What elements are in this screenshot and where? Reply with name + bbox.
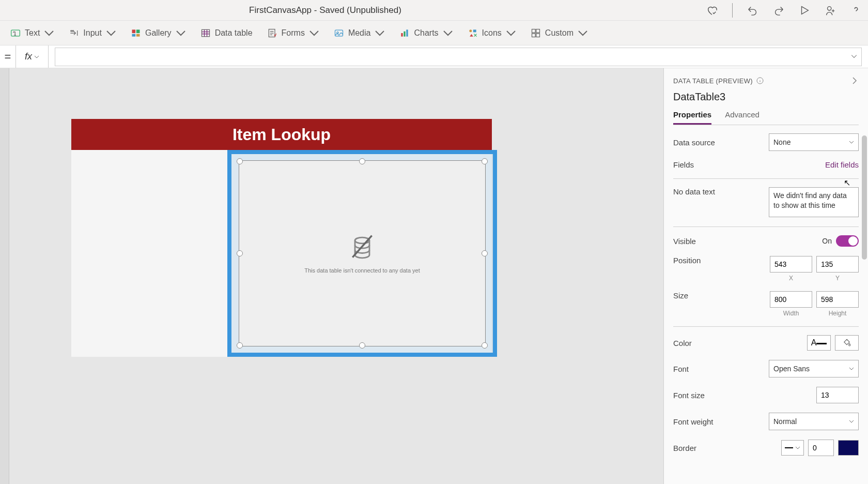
prop-fields: Fields Edit fields	[673, 160, 859, 169]
prop-font: Font Open Sans	[673, 360, 859, 377]
divider	[673, 178, 859, 179]
resize-handle-tm[interactable]	[359, 158, 365, 164]
resize-handle-tr[interactable]	[482, 158, 488, 164]
chevron-right-icon[interactable]	[850, 77, 859, 85]
svg-rect-4	[132, 29, 135, 33]
media-icon	[334, 28, 344, 38]
panel-tabs: Properties Advanced	[673, 110, 859, 125]
resize-handle-mr[interactable]	[482, 250, 488, 256]
control-name: DataTable3	[673, 91, 859, 103]
prop-nodata: No data text We didn't find any data to …	[673, 187, 859, 217]
datatable-selection[interactable]: This data table isn't connected to any d…	[227, 150, 497, 357]
chevron-down-icon	[795, 445, 800, 450]
datatable-icon	[200, 28, 211, 38]
tab-properties[interactable]: Properties	[673, 110, 711, 125]
panel-scrollbar[interactable]	[862, 135, 867, 260]
tab-advanced[interactable]: Advanced	[725, 110, 760, 125]
separator	[732, 3, 733, 18]
border-style-dropdown[interactable]	[781, 440, 804, 456]
resize-handle-bm[interactable]	[359, 342, 365, 349]
size-width-input[interactable]: 800	[770, 291, 812, 308]
position-x-input[interactable]: 543	[770, 256, 812, 273]
size-height-input[interactable]: 598	[816, 291, 859, 308]
ribbon-icons[interactable]: Icons	[468, 28, 516, 38]
play-icon[interactable]	[799, 5, 810, 16]
screen-title: Item Lookup	[71, 119, 492, 150]
prop-border: Border 0	[673, 440, 859, 456]
chevron-down-icon	[34, 54, 39, 59]
font-color-button[interactable]: A	[807, 335, 831, 351]
expand-formula-icon[interactable]	[851, 53, 857, 61]
chevron-down-icon	[106, 28, 116, 38]
help-icon[interactable]	[850, 5, 862, 16]
ribbon-forms[interactable]: Forms	[267, 28, 319, 38]
svg-point-0	[828, 6, 831, 10]
position-y-input[interactable]: 135	[816, 256, 859, 273]
app-title: FirstCanvasApp - Saved (Unpublished)	[6, 5, 644, 16]
equals-label: =	[0, 50, 16, 64]
info-icon[interactable]	[756, 77, 764, 85]
ribbon-datatable[interactable]: Data table	[200, 28, 253, 38]
canvas[interactable]: Item Lookup This data table isn't connec…	[9, 68, 663, 484]
chevron-down-icon	[375, 28, 385, 38]
border-color-swatch[interactable]	[838, 440, 859, 456]
svg-rect-8	[202, 29, 209, 36]
insert-ribbon: Text Input Gallery Data table Forms Medi…	[0, 21, 868, 46]
prop-visible: Visible On	[673, 235, 859, 247]
ribbon-media[interactable]: Media	[334, 28, 385, 38]
undo-icon[interactable]	[747, 5, 758, 16]
ribbon-charts[interactable]: Charts	[399, 28, 453, 38]
resize-handle-bl[interactable]	[237, 342, 243, 349]
chevron-down-icon	[309, 28, 319, 38]
icons-icon	[468, 28, 478, 38]
fill-color-button[interactable]	[835, 335, 859, 351]
ribbon-text[interactable]: Text	[10, 28, 54, 38]
svg-point-3	[72, 30, 74, 32]
chevron-down-icon	[849, 140, 854, 145]
main-area: Item Lookup This data table isn't connec…	[0, 68, 868, 484]
svg-rect-18	[536, 29, 540, 33]
prop-fontweight: Font weight Normal	[673, 413, 859, 430]
prop-color: Color A	[673, 335, 859, 351]
screen-body: This data table isn't connected to any d…	[71, 150, 492, 357]
panel-header: DATA TABLE (PREVIEW)	[673, 77, 859, 85]
svg-rect-7	[136, 34, 140, 36]
share-icon[interactable]	[825, 5, 836, 16]
resize-handle-tl[interactable]	[237, 158, 243, 164]
ribbon-custom[interactable]: Custom	[531, 28, 588, 38]
svg-rect-16	[473, 29, 476, 32]
toggle-switch[interactable]	[836, 235, 859, 247]
svg-rect-12	[401, 33, 403, 37]
prop-fontsize: Font size 13	[673, 387, 859, 403]
health-icon[interactable]	[706, 5, 718, 16]
custom-icon	[531, 28, 541, 38]
datasource-dropdown[interactable]: None	[769, 133, 859, 151]
fontweight-dropdown[interactable]: Normal	[769, 413, 859, 430]
resize-handle-br[interactable]	[482, 342, 488, 349]
chevron-down-icon	[849, 419, 854, 424]
forms-icon	[267, 28, 277, 38]
visible-toggle[interactable]: On	[822, 235, 859, 247]
charts-icon	[399, 28, 410, 38]
ribbon-gallery[interactable]: Gallery	[131, 28, 186, 38]
ribbon-input[interactable]: Input	[69, 28, 116, 38]
resize-handle-ml[interactable]	[237, 250, 243, 256]
fx-dropdown[interactable]: fx	[16, 46, 49, 68]
prop-position: Position 543 X 135 Y	[673, 256, 859, 282]
border-width-input[interactable]: 0	[808, 440, 834, 456]
datatable-placeholder: This data table isn't connected to any d…	[239, 160, 486, 346]
svg-rect-13	[404, 31, 406, 36]
svg-rect-19	[532, 33, 535, 37]
fontsize-input[interactable]: 13	[816, 387, 859, 403]
formula-input[interactable]	[55, 48, 862, 66]
chevron-down-icon	[849, 366, 854, 371]
font-dropdown[interactable]: Open Sans	[769, 360, 859, 377]
svg-rect-20	[536, 33, 540, 37]
nodata-textbox[interactable]: We didn't find any data to show at this …	[769, 187, 859, 217]
redo-icon[interactable]	[773, 5, 784, 16]
svg-point-2	[71, 30, 72, 32]
formula-bar: = fx	[0, 46, 868, 68]
chevron-down-icon	[44, 28, 54, 38]
edit-fields-link[interactable]: Edit fields	[825, 160, 859, 169]
left-gutter	[0, 68, 9, 484]
